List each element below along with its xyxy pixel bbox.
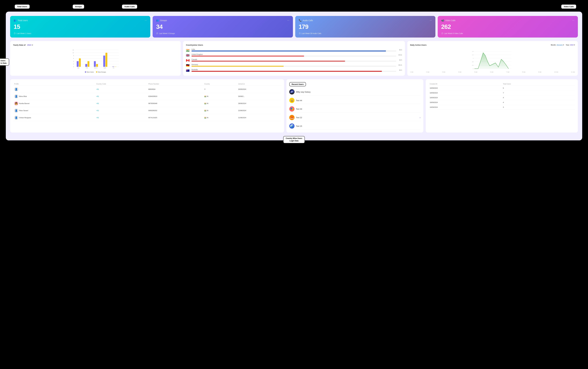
svg-rect-23 xyxy=(114,67,116,67)
table-row: 18/09/2024 4 xyxy=(429,95,575,100)
avatar: 👧 xyxy=(14,102,18,105)
svg-rect-21 xyxy=(105,53,107,67)
svg-rect-20 xyxy=(103,56,105,67)
audio-calls-number: 179 xyxy=(299,23,432,30)
daily-chart-svg: 1.4 1.2 1 0.6 0.2 0 xyxy=(410,48,575,70)
col-country: Country xyxy=(203,82,237,86)
recent-user-name: Test 44 xyxy=(296,99,302,102)
total-users-footer: Last Week 1 Users xyxy=(17,32,31,34)
svg-text:0.6: 0.6 xyxy=(472,61,474,62)
right-stats-card: Created At Total Users 18/09/2024 5 18/0… xyxy=(426,79,578,133)
arrow-right-icon[interactable]: › xyxy=(420,116,421,119)
avatar: 👤 xyxy=(14,87,18,91)
col-total-users: Total Users xyxy=(502,82,575,86)
audio-calls-footer: Last Week 39 Audio Calls xyxy=(302,32,321,34)
flag-canada: 🇨🇦 xyxy=(186,59,190,62)
col-joined: Joined at xyxy=(237,82,281,86)
video-calls-label: Video Calls xyxy=(445,19,455,21)
yearly-chart-title: Yearly Data of xyxy=(13,44,26,46)
groups-icon: 👥 xyxy=(156,19,159,22)
table-row: 👤 +91 86904564 🏳 20/09/2024 xyxy=(13,86,281,93)
table-row: 18/09/2024 3 xyxy=(429,105,575,110)
video-icon: 📹 xyxy=(441,19,444,22)
audio-calls-menu[interactable]: ··· xyxy=(430,19,432,22)
country-germany: 🇩🇪 Germany 39.21 xyxy=(186,64,402,67)
table-row: 👧 Kanika Banvet +91 9879595948 🇮🇳 IN 28/… xyxy=(13,100,281,107)
stat-card-total-users: 👥 Total Users ··· 15 ⏱ Last Week 1 Users xyxy=(10,16,150,38)
recent-users-title: Recent Users xyxy=(289,82,306,86)
bar-chart-area: 12 10 8 6 4 2 0 xyxy=(13,48,178,70)
recent-user-test22[interactable]: 🦊 Test 22 › xyxy=(289,114,421,121)
groups-footer: Last Week 0 Groups xyxy=(159,32,175,34)
avatar: 👤 xyxy=(14,116,18,120)
groups-menu[interactable]: ··· xyxy=(287,19,289,22)
svg-text:2: 2 xyxy=(73,63,74,65)
svg-rect-19 xyxy=(96,64,98,67)
outer-wrapper: Total Users Groups Audio Calls Video Cal… xyxy=(3,3,585,143)
table-row: 👤 Omkar Munjpara +91 9574131825 🇮🇳 IN 21… xyxy=(13,114,281,121)
phone-icon: 📞 xyxy=(299,19,302,22)
table-row: 18/09/2024 4 xyxy=(429,100,575,105)
col-country-code: Country Code xyxy=(95,82,147,86)
svg-text:0: 0 xyxy=(473,68,473,69)
daily-chart-card: Daily Active Users Month: January ▾ Year… xyxy=(407,41,578,76)
callout-total-users: Total Users xyxy=(14,4,30,9)
legend-new-users: New Users xyxy=(87,71,94,73)
svg-rect-16 xyxy=(85,64,87,67)
recent-user-test44[interactable]: 😀 Test 44 xyxy=(289,97,421,104)
avatar: 👤 xyxy=(14,109,18,113)
avatar: 👤 xyxy=(14,94,18,98)
bar-legend: New Users New Groups xyxy=(13,71,178,73)
callout-video-calls: Video Calls xyxy=(561,4,576,9)
recent-user-avatar: 🌊 xyxy=(289,123,295,129)
svg-text:12: 12 xyxy=(72,49,74,51)
recent-user-name: Test 15 xyxy=(296,125,302,127)
dashboard: 👥 Total Users ··· 15 ⏱ Last Week 1 Users… xyxy=(6,11,582,140)
flag-germany: 🇩🇪 xyxy=(186,64,190,67)
total-users-number: 15 xyxy=(14,23,147,30)
recent-user-milky-way[interactable]: 🌌 Milky way Galaxy xyxy=(289,88,421,95)
svg-text:8: 8 xyxy=(73,55,74,56)
table-row: 👤 Nirav Savani +91 9099289292 🇮🇳 IN 22/0… xyxy=(13,107,281,114)
stat-cards-row: 👥 Total Users ··· 15 ⏱ Last Week 1 Users… xyxy=(10,16,578,38)
col-profile: Profile xyxy=(13,82,95,86)
svg-text:Feb: Feb xyxy=(86,67,88,69)
country-list: 🇮🇳 India 80.6 🇬🇧 United Kingdom xyxy=(186,48,402,72)
flag-india: 🇮🇳 xyxy=(186,49,190,51)
svg-text:1: 1 xyxy=(473,58,473,59)
svg-text:March: March xyxy=(94,67,98,69)
total-users-menu[interactable]: ··· xyxy=(145,19,147,22)
country-uk: 🇬🇧 United Kingdom 40.61 xyxy=(186,53,402,57)
users-table: Profile Country Code Phone Number Countr… xyxy=(13,82,281,121)
recent-user-name: Test 33 xyxy=(296,108,302,110)
country-canada: 🇨🇦 Canada 60.5 xyxy=(186,59,402,62)
legend-new-groups: New Groups xyxy=(98,71,106,73)
recent-user-avatar: 🎭 xyxy=(289,106,295,112)
svg-text:Jan: Jan xyxy=(77,67,79,69)
svg-text:6: 6 xyxy=(73,58,74,59)
col-created-at: Created At xyxy=(429,82,502,86)
recent-user-test33[interactable]: 🎭 Test 33 xyxy=(289,105,421,113)
flag-uk: 🇬🇧 xyxy=(186,54,190,57)
bottom-row: Profile Country Code Phone Number Countr… xyxy=(10,79,578,133)
total-users-label: Total Users xyxy=(18,19,28,21)
audio-calls-label: Audio Calls xyxy=(303,19,313,21)
recent-user-avatar: 🦊 xyxy=(289,115,295,120)
callout-groups: Groups xyxy=(72,4,84,9)
bar-chart-svg: 12 10 8 6 4 2 0 xyxy=(13,48,178,69)
groups-number: 34 xyxy=(156,23,289,30)
country-chart-title: Countrywise Users xyxy=(186,44,203,46)
svg-text:0.2: 0.2 xyxy=(472,65,474,66)
stat-card-audio-calls: 📞 Audio Calls ··· 179 ⏱ Last Week 39 Aud… xyxy=(295,16,435,38)
svg-text:M...: M... xyxy=(113,67,115,69)
stat-card-video-calls: 📹 Video Calls ··· 262 ⏱ Last Week 8 Vide… xyxy=(438,16,578,38)
video-calls-menu[interactable]: ··· xyxy=(572,19,574,22)
svg-text:4: 4 xyxy=(73,61,74,62)
svg-text:0: 0 xyxy=(73,66,74,68)
callout-country-wise: Country Wise UsersLogin Data xyxy=(283,136,305,143)
country-india: 🇮🇳 India 80.6 xyxy=(186,48,402,51)
svg-rect-17 xyxy=(88,61,89,67)
recent-user-test15[interactable]: 🌊 Test 15 xyxy=(289,123,421,130)
recent-users-card: Recent Users 🌌 Milky way Galaxy 😀 Test 4… xyxy=(286,79,423,133)
groups-label: Groups xyxy=(160,19,167,21)
